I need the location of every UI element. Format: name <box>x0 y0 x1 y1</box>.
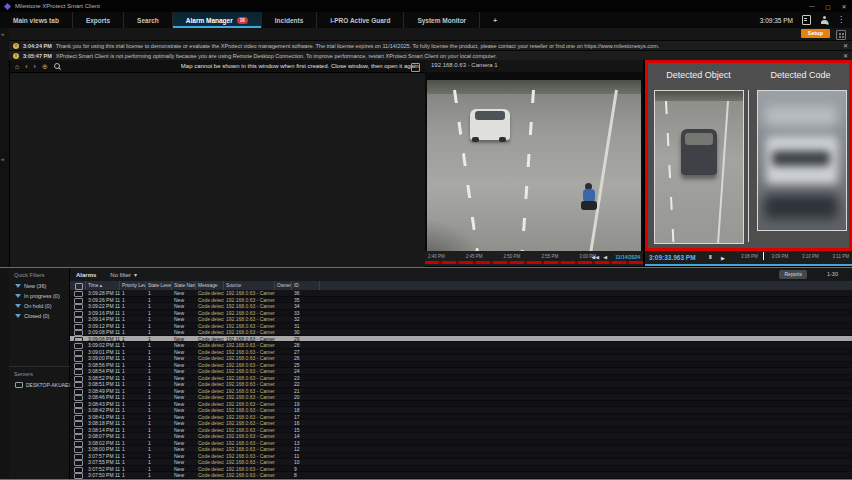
column-header-message[interactable]: Message <box>196 281 224 290</box>
tab-system-monitor[interactable]: System Monitor <box>403 12 479 28</box>
zoom-icon[interactable] <box>54 63 60 69</box>
alarm-cell-owner <box>275 316 292 322</box>
alarm-cell-time: 3:08:07 PM 11/14/2024 <box>86 433 120 439</box>
alarm-icon-cell <box>70 401 86 407</box>
column-header-id[interactable]: ID <box>292 281 320 290</box>
server-icon <box>15 382 23 388</box>
detection-view-item[interactable]: Detected Object Detected Code <box>645 60 852 251</box>
camera-timeline[interactable]: 2:40 PM2:45 PM2:50 PM2:55 PM3:00 PM ◀◀ ◀… <box>425 251 643 266</box>
alarm-cell-id: 17 <box>292 414 320 420</box>
map-tools-icon[interactable] <box>411 63 420 72</box>
playhead-marker[interactable] <box>763 252 764 260</box>
tab-main-views-tab[interactable]: Main views tab <box>0 12 72 28</box>
globe-icon[interactable]: ⊕ <box>42 60 48 73</box>
alarm-row[interactable]: 3:07:50 PM 11/14/202411NewCode detecte19… <box>70 472 852 479</box>
tab-search[interactable]: Search <box>123 12 172 28</box>
column-header-priority-level[interactable]: Priority Level <box>120 281 146 290</box>
alarm-cell-id: 28 <box>292 342 320 348</box>
detection-timeline[interactable]: 3:09:33.963 PM Ⅱ ▶ 3:08 PM3:09 PM3:10 PM… <box>645 251 852 266</box>
filter-dropdown[interactable]: No filter ▾ <box>110 271 137 278</box>
alarm-cell-source: 192.168.0.63 - Camera 1 <box>224 472 275 478</box>
menu-dots-icon[interactable]: ⋮ <box>837 16 845 24</box>
skip-prev-icon[interactable]: ◀◀ <box>591 254 599 260</box>
timeline-tick: 3:09 PM <box>772 254 789 259</box>
alarm-cell-id: 11 <box>292 453 320 459</box>
alarm-cell-state-level: 1 <box>146 336 172 342</box>
tab-i-pro-active-guard[interactable]: i-PRO Active Guard <box>316 12 403 28</box>
tab-[interactable]: + <box>479 12 510 28</box>
export-icon[interactable] <box>802 15 811 25</box>
filter-in-progress-0[interactable]: In progress (0) <box>9 291 69 301</box>
reports-button[interactable]: Reports <box>779 270 807 279</box>
window-title: Milestone XProtect Smart Client <box>15 3 100 9</box>
alarm-cell-state-level: 1 <box>146 303 172 309</box>
column-header-state-name[interactable]: State Name <box>172 281 196 290</box>
close-icon[interactable]: ✕ <box>843 42 848 49</box>
select-all-header[interactable] <box>70 281 86 290</box>
alarm-cell-time: 3:08:42 PM 11/14/2024 <box>86 407 120 413</box>
alarm-cell-state-name: New <box>172 427 196 433</box>
alarm-cell-message: Code detecte <box>196 368 224 374</box>
alarm-cell-priority-level: 1 <box>120 427 146 433</box>
play-icon[interactable]: ▶ <box>721 255 725 261</box>
alarm-icon-cell <box>70 388 86 394</box>
alarm-cell-state-level: 1 <box>146 388 172 394</box>
alarm-cell-priority-level: 1 <box>120 362 146 368</box>
camera-video[interactable] <box>427 80 641 251</box>
alarm-icon-cell <box>70 394 86 400</box>
minimize-icon[interactable]: — <box>804 0 820 12</box>
alarm-cell-state-name: New <box>172 433 196 439</box>
alarm-cell-state-level: 1 <box>146 414 172 420</box>
alarm-cell-state-level: 1 <box>146 362 172 368</box>
tab-incidents[interactable]: Incidents <box>261 12 317 28</box>
nav-back-icon[interactable]: ‹ <box>25 60 27 73</box>
server-item[interactable]: DESKTOP-AKUAEUV <box>9 380 70 390</box>
alarm-cell-message: Code detecte <box>196 323 224 329</box>
filter-on-hold-0[interactable]: On hold (0) <box>9 301 69 311</box>
alarm-cell-state-name: New <box>172 349 196 355</box>
alarm-cell-owner <box>275 388 292 394</box>
chevron-right-icon[interactable]: » <box>1 31 4 37</box>
alarm-cell-state-level: 1 <box>146 290 172 296</box>
motorcyclist-shape <box>581 183 597 213</box>
layout-grid-icon[interactable] <box>836 30 846 40</box>
timeline-tick: 2:45 PM <box>466 254 483 259</box>
alarm-cell-priority-level: 1 <box>120 323 146 329</box>
setup-button[interactable]: Setup <box>801 29 830 38</box>
alarm-cell-time: 3:07:52 PM 11/14/2024 <box>86 466 120 472</box>
step-prev-icon[interactable]: ◀ <box>603 254 607 260</box>
filter-value: No filter <box>110 272 131 278</box>
pause-icon[interactable]: Ⅱ <box>709 254 712 260</box>
alarm-cell-state-name: New <box>172 459 196 465</box>
timeline-date[interactable]: 11/14/2024 <box>615 254 640 260</box>
alarm-icon-cell <box>70 472 86 478</box>
alarm-cell-priority-level: 1 <box>120 297 146 303</box>
notification-time: 3:05:47 PM <box>23 53 52 59</box>
chevron-left-icon[interactable]: « <box>1 156 4 162</box>
map-view-item[interactable]: ⌂ ‹ › ⊕ Map cannot be shown in this wind… <box>10 60 425 267</box>
column-header-state-level[interactable]: State Level <box>146 281 172 290</box>
close-icon[interactable]: ✕ <box>836 0 852 12</box>
alarm-cell-source: 192.168.0.63 - Camera 1 <box>224 466 275 472</box>
column-header-source[interactable]: Source <box>224 281 275 290</box>
camera-view-item[interactable]: 192.168.0.63 - Camera 1 2:40 PM2:45 PM2:… <box>425 60 643 266</box>
nav-forward-icon[interactable]: › <box>34 60 36 73</box>
column-header-owner[interactable]: Owner <box>275 281 292 290</box>
alarm-cell-owner <box>275 433 292 439</box>
home-icon[interactable]: ⌂ <box>15 60 19 73</box>
user-profile-icon[interactable] <box>820 16 828 24</box>
tab-exports[interactable]: Exports <box>72 12 123 28</box>
filter-closed-0[interactable]: Closed (0) <box>9 311 69 321</box>
close-icon[interactable]: ✕ <box>843 52 848 59</box>
range-label: 1-30 <box>827 271 838 277</box>
alarm-cell-state-name: New <box>172 394 196 400</box>
alarm-cell-owner <box>275 466 292 472</box>
filter-new-36[interactable]: New (36) <box>9 281 69 291</box>
alarm-cell-priority-level: 1 <box>120 316 146 322</box>
alarm-cell-source: 192.168.0.63 - Camera 1 <box>224 297 275 303</box>
maximize-icon[interactable]: ▢ <box>820 0 836 12</box>
tab-alarm-manager[interactable]: Alarm Manager16 <box>172 12 261 28</box>
alarm-icon-cell <box>70 329 86 335</box>
column-header-time[interactable]: Time ▴ <box>86 281 120 290</box>
alarm-cell-id: 35 <box>292 297 320 303</box>
